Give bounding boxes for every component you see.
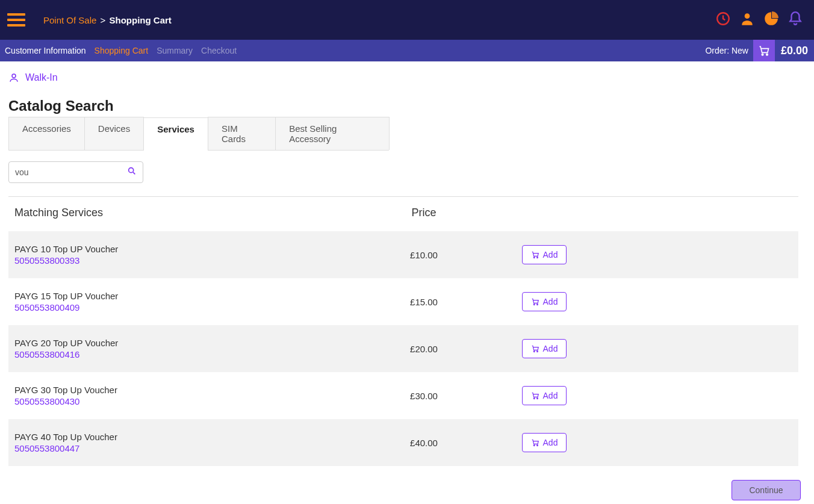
th-matching-services: Matching Services [8, 207, 364, 219]
svg-point-6 [533, 257, 535, 258]
item-name: PAYG 15 Top UP Voucher [14, 291, 364, 301]
tab-accessories[interactable]: Accessories [8, 117, 85, 150]
cart-icon [531, 250, 539, 259]
table-row: PAYG 30 Top Up Voucher5050553800430£30.0… [8, 372, 798, 419]
topbar-right [715, 11, 803, 29]
table-row: PAYG 10 Top UP Voucher5050553800393£10.0… [8, 231, 798, 278]
tab-best-selling[interactable]: Best Selling Accessory [275, 117, 390, 150]
pie-chart-icon[interactable] [763, 11, 779, 29]
item-price: £15.00 [364, 297, 484, 307]
cart-total: £0.00 [775, 45, 814, 57]
cart-icon[interactable] [753, 40, 775, 61]
svg-point-11 [536, 351, 538, 352]
item-name: PAYG 30 Top Up Voucher [14, 385, 364, 395]
clock-icon[interactable] [715, 11, 731, 29]
cart-icon [531, 344, 539, 353]
breadcrumb: Point Of Sale > Shopping Cart [43, 15, 172, 25]
svg-point-1 [745, 13, 750, 19]
table-row: PAYG 40 Top Up Voucher5050553800447£40.0… [8, 419, 798, 466]
tab-sim-cards[interactable]: SIM Cards [208, 117, 276, 150]
add-label: Add [543, 344, 558, 353]
content: Walk-In Catalog Search Accessories Devic… [0, 61, 814, 504]
subnav-customer-info[interactable]: Customer Information [5, 46, 86, 55]
th-price: Price [364, 207, 484, 219]
item-price: £20.00 [364, 344, 484, 354]
user-icon[interactable] [739, 11, 755, 29]
tab-devices[interactable]: Devices [84, 117, 144, 150]
order-label: Order: New [705, 46, 753, 55]
cart-icon [531, 438, 539, 447]
scroll-area[interactable]: Walk-In Catalog Search Accessories Devic… [0, 61, 807, 471]
add-button[interactable]: Add [522, 339, 567, 358]
item-price: £10.00 [364, 250, 484, 260]
svg-point-14 [533, 445, 535, 446]
item-cell: PAYG 15 Top UP Voucher5050553800409 [8, 291, 364, 313]
svg-point-2 [762, 54, 763, 55]
add-label: Add [543, 438, 558, 447]
subnav-summary: Summary [157, 46, 193, 55]
catalog-tabs: Accessories Devices Services SIM Cards B… [8, 117, 389, 151]
svg-point-8 [533, 304, 535, 305]
hamburger-menu-icon[interactable] [7, 10, 25, 30]
table-row: PAYG 20 Top UP Voucher5050553800416£20.0… [8, 325, 798, 372]
item-sku-link[interactable]: 5050553800447 [14, 443, 364, 453]
tab-services[interactable]: Services [143, 117, 208, 151]
item-price: £30.00 [364, 391, 484, 401]
person-icon [8, 72, 19, 83]
add-label: Add [543, 250, 558, 260]
item-name: PAYG 40 Top Up Voucher [14, 432, 364, 442]
item-price: £40.00 [364, 438, 484, 448]
item-cell: PAYG 20 Top UP Voucher5050553800416 [8, 338, 364, 359]
subnav-steps: Customer Information Shopping Cart Summa… [5, 46, 237, 55]
item-name: PAYG 10 Top UP Voucher [14, 244, 364, 254]
table-row: PAYG 50 Top Up Voucher5050553800454£50.0… [8, 466, 798, 471]
item-cell: PAYG 40 Top Up Voucher5050553800447 [8, 432, 364, 453]
subnav-right: Order: New £0.00 [705, 40, 814, 61]
item-action: Add [484, 386, 604, 405]
search-input[interactable] [15, 167, 127, 177]
customer-link[interactable]: Walk-In [8, 72, 798, 83]
breadcrumb-current: Shopping Cart [110, 15, 172, 25]
continue-button[interactable]: Continue [732, 480, 801, 500]
bell-icon[interactable] [788, 11, 803, 29]
subnav-checkout: Checkout [201, 46, 237, 55]
item-sku-link[interactable]: 5050553800409 [14, 302, 364, 313]
svg-point-4 [12, 74, 16, 78]
table-row: PAYG 15 Top UP Voucher5050553800409£15.0… [8, 278, 798, 325]
svg-point-15 [536, 445, 538, 446]
breadcrumb-parent[interactable]: Point Of Sale [43, 15, 96, 25]
svg-point-13 [536, 398, 538, 399]
subnav-shopping-cart[interactable]: Shopping Cart [95, 46, 149, 55]
search-box [8, 161, 143, 183]
item-sku-link[interactable]: 5050553800430 [14, 396, 364, 406]
add-button[interactable]: Add [522, 433, 567, 452]
catalog-title: Catalog Search [8, 98, 798, 114]
svg-point-9 [536, 304, 538, 305]
cart-icon [531, 391, 539, 400]
svg-point-5 [129, 168, 134, 173]
search-icon[interactable] [127, 166, 137, 178]
sub-nav: Customer Information Shopping Cart Summa… [0, 40, 814, 61]
table-header: Matching Services Price [8, 197, 798, 231]
add-label: Add [543, 391, 558, 400]
item-sku-link[interactable]: 5050553800393 [14, 255, 364, 266]
add-button[interactable]: Add [522, 245, 567, 264]
customer-name: Walk-In [25, 72, 58, 83]
breadcrumb-separator: > [101, 15, 106, 25]
item-action: Add [484, 339, 604, 358]
svg-point-7 [536, 257, 538, 258]
item-action: Add [484, 292, 604, 311]
add-button[interactable]: Add [522, 292, 567, 311]
item-action: Add [484, 433, 604, 452]
add-button[interactable]: Add [522, 386, 567, 405]
svg-point-3 [766, 54, 768, 55]
cart-icon [531, 297, 539, 306]
top-bar: Point Of Sale > Shopping Cart [0, 0, 814, 40]
add-label: Add [543, 297, 558, 306]
item-name: PAYG 20 Top UP Voucher [14, 338, 364, 348]
item-sku-link[interactable]: 5050553800416 [14, 349, 364, 359]
item-cell: PAYG 30 Top Up Voucher5050553800430 [8, 385, 364, 406]
item-cell: PAYG 10 Top UP Voucher5050553800393 [8, 244, 364, 266]
topbar-left: Point Of Sale > Shopping Cart [7, 10, 172, 30]
item-action: Add [484, 245, 604, 264]
